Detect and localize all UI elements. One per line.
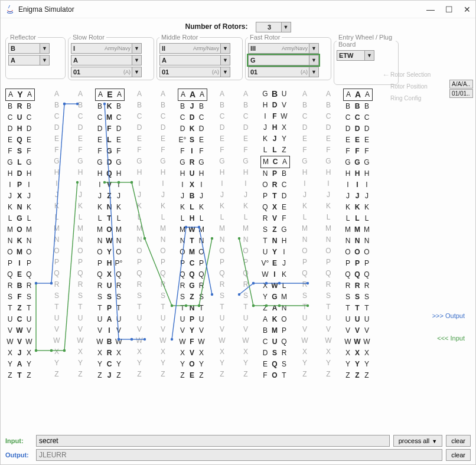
- middle-wiring: AAABJBCDCDKDE°SEFIFGRGHUHIXIJBJKLKLHLMWM…: [178, 89, 207, 381]
- slow-ring-select[interactable]: 01(A)▼: [71, 67, 142, 77]
- input-label: Input:: [5, 437, 32, 444]
- svg-point-0: [7, 11, 13, 13]
- reflector-type-select[interactable]: B▼: [8, 43, 50, 54]
- fast-rotor-group: Fast Rotor IIIArmy/Navy▼ G▼ 01(A)▼: [245, 34, 331, 80]
- reflector-wiring: AYABRBCUCDHDEQEFSFGLGHDHIPIJXJKNKLGLMOMN…: [5, 89, 35, 381]
- svg-point-74: [238, 293, 240, 296]
- process-all-button[interactable]: process all▼: [393, 435, 443, 447]
- entry-wiring: AAABBBCCCDDDEEEFFFGGGHHHIIIJJJKKKLLLMMMN…: [343, 89, 373, 381]
- svg-point-12: [238, 237, 240, 240]
- reflector-contact: ABCDEFGHIJKLMNOPQRSTUVWXYZ: [53, 89, 61, 381]
- svg-point-44: [35, 349, 37, 352]
- slow-wiring: AEABKBCMCDFDELEFGFGDGHQHIVIJZJKNKLTLMOMN…: [95, 89, 125, 381]
- slow-contact-r: ABCDEFGHIJKLMNOPQRSTUVWXYZ: [135, 89, 144, 381]
- middle-contact-r: ABCDEFGHIJKLMNOPQRSTUVWXYZ: [218, 89, 226, 381]
- reflector-position-select[interactable]: A▼: [8, 55, 50, 66]
- reflector-group: Reflector B▼ A▼: [5, 34, 66, 79]
- slow-contact-l: ABCDEFGHIJKLMNOPQRSTUVWXYZ: [76, 89, 84, 381]
- io-input-legend: <<< Input: [437, 335, 465, 342]
- minimize-button[interactable]: —: [426, 5, 435, 14]
- middle-position-select[interactable]: A▼: [159, 55, 230, 66]
- svg-point-45: [35, 282, 37, 284]
- middle-ring-select[interactable]: 01(A)▼: [159, 67, 230, 77]
- svg-point-63: [144, 338, 146, 340]
- svg-point-42: [35, 349, 37, 352]
- num-rotors-label: Number of Rotors:: [185, 22, 247, 31]
- java-icon: [5, 5, 15, 14]
- wiring-area: AYABRBCUCDHDEQEFSFGLGHDHIPIJXJKNKLGLMOMN…: [1, 87, 475, 381]
- entry-type-select[interactable]: ETW▼: [337, 50, 374, 61]
- fast-contact-l: ABCDEFGHIJKLMNOPQRSTUVWXYZ: [242, 89, 250, 381]
- input-field[interactable]: [36, 435, 390, 447]
- close-button[interactable]: ✕: [464, 5, 471, 14]
- slow-rotor-group: Slow Rotor IArmy/Navy▼ A▼ 01(A)▼: [68, 34, 154, 80]
- output-field: JLEURR: [36, 449, 442, 461]
- middle-type-select[interactable]: IIArmy/Navy▼: [159, 43, 230, 54]
- fast-type-select[interactable]: IIIArmy/Navy▼: [248, 43, 319, 54]
- num-rotors-select[interactable]: 3▼: [256, 22, 291, 32]
- fast-ring-select[interactable]: 01(A)▼: [248, 67, 319, 77]
- io-output-legend: >>> Output: [432, 312, 465, 319]
- num-rotors-row: Number of Rotors: 3▼: [1, 18, 475, 34]
- svg-point-26: [144, 237, 146, 240]
- titlebar: Enigma Simulator — ☐ ✕: [1, 1, 475, 18]
- io-panel: Input: process all▼ clear Output: JLEURR…: [5, 433, 471, 461]
- svg-point-47: [35, 282, 37, 284]
- slow-position-select[interactable]: A▼: [71, 55, 142, 66]
- window-title: Enigma Simulator: [18, 5, 426, 14]
- svg-point-24: [144, 237, 146, 240]
- fast-position-select[interactable]: G▼: [248, 55, 319, 66]
- clear-output-button[interactable]: clear: [446, 449, 471, 461]
- maximize-button[interactable]: ☐: [445, 5, 453, 14]
- middle-contact-l: ABCDEFGHIJKLMNOPQRSTUVWXYZ: [159, 89, 167, 381]
- entry-contact-l: ABCDEFGHIJKLMNOPQRSTUVWXYZ: [324, 89, 332, 381]
- output-label: Output:: [5, 451, 32, 459]
- slow-type-select[interactable]: IArmy/Navy▼: [71, 43, 142, 54]
- middle-rotor-group: Middle Rotor IIArmy/Navy▼ A▼ 01(A)▼: [157, 34, 243, 80]
- clear-input-button[interactable]: clear: [446, 435, 471, 447]
- app-window: Enigma Simulator — ☐ ✕ Number of Rotors:…: [0, 0, 476, 465]
- fast-wiring: GBUHDVIFWJHXKJYLLZMCANPBORCPTDQXERVFSZGT…: [260, 89, 290, 381]
- fast-contact-r: ABCDEFGHIJKLMNOPQRSTUVWXYZ: [301, 89, 309, 381]
